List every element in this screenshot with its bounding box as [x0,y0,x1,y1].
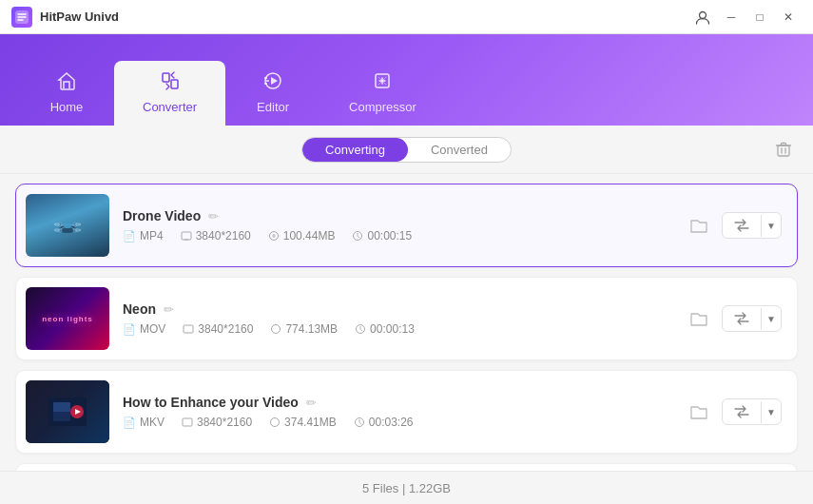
convert-dropdown-arrow[interactable]: ▼ [761,308,781,330]
svg-rect-10 [778,145,789,156]
thumbnail-drone-video [26,194,109,257]
file-item-drone-video: Drone Video ✏ 📄 MP4 3840*2160 100.44MB [15,184,798,267]
file-format: MP4 [140,229,164,242]
resolution-icon [183,323,194,335]
minimize-button[interactable]: ─ [718,6,745,29]
duration-icon [352,230,363,242]
file-item-how-to-enhance: How to Enhance your Video ✏ 📄 MKV 3840*2… [15,370,798,454]
edit-name-icon[interactable]: ✏ [208,209,219,223]
duration-item: 00:03:26 [354,416,414,429]
size-icon [268,230,280,242]
svg-rect-31 [184,325,193,333]
svg-rect-14 [64,223,71,228]
format-item: 📄 MP4 [123,229,164,242]
convert-button-group[interactable]: ▼ [722,212,782,239]
file-actions: ▼ [684,303,782,334]
svg-rect-2 [163,73,169,82]
edit-name-icon[interactable]: ✏ [164,302,174,317]
format-item: 📄 MOV [123,322,165,336]
file-item-neon: neon lights Neon ✏ 📄 MOV 3840*2160 774 [15,277,798,360]
size-icon [269,417,281,428]
file-meta: 📄 MOV 3840*2160 774.13MB 00:00:13 [123,322,670,336]
nav-converter[interactable]: Converter [114,61,225,126]
file-info-neon: Neon ✏ 📄 MOV 3840*2160 774.13MB [123,301,670,336]
resolution-item: 3840*2160 [182,416,252,429]
convert-btn-main [723,306,761,331]
folder-button[interactable] [684,397,714,427]
tab-converting[interactable]: Converting [302,138,408,162]
user-button[interactable] [689,6,716,29]
resolution-item: 3840*2160 [183,322,253,336]
file-actions: ▼ [684,210,782,241]
file-name: How to Enhance your Video [123,395,299,410]
file-icon: 📄 [123,230,136,242]
nav-compressor[interactable]: Compressor [320,61,445,126]
file-size: 100.44MB [283,229,336,242]
svg-point-32 [272,325,281,334]
tab-converted[interactable]: Converted [408,138,511,162]
thumbnail-neon: neon lights [26,287,109,350]
convert-btn-main [723,399,761,424]
title-bar-controls: ─ □ ✕ [689,6,802,29]
size-item: 100.44MB [268,229,336,242]
file-duration: 00:03:26 [369,416,414,429]
file-format: MKV [140,416,165,429]
convert-button-group[interactable]: ▼ [722,305,782,332]
convert-dropdown-arrow[interactable]: ▼ [761,215,781,237]
svg-rect-38 [183,418,192,426]
file-name-row: How to Enhance your Video ✏ [123,395,670,410]
nav-editor-label: Editor [257,100,289,114]
tab-bar: Converting Converted [0,126,813,174]
file-name-row: Drone Video ✏ [123,208,670,223]
svg-rect-3 [171,80,178,88]
thumbnail-how-to-enhance [26,380,109,443]
close-button[interactable]: ✕ [775,6,802,29]
status-bar: 5 Files | 1.22GB [0,471,813,504]
file-item-zoom-sound: 🎵 Zoom-Sound ✏ 📄 M4A 320kbps 142.88KB [15,463,798,471]
convert-dropdown-arrow[interactable]: ▼ [761,401,781,423]
app-logo [11,7,32,28]
file-info-drone-video: Drone Video ✏ 📄 MP4 3840*2160 100.44MB [123,208,670,242]
file-resolution: 3840*2160 [196,229,251,242]
duration-item: 00:00:15 [352,229,412,242]
delete-all-button[interactable] [769,135,798,164]
convert-button-group[interactable]: ▼ [722,398,782,425]
status-text: 5 Files | 1.22GB [362,481,451,495]
editor-icon [262,70,283,95]
duration-icon [354,417,365,428]
resolution-item: 3840*2160 [181,229,251,242]
size-icon [270,323,281,335]
app-title: HitPaw Univd [40,10,119,24]
nav-editor[interactable]: Editor [225,61,320,126]
converter-icon [160,70,181,95]
svg-point-1 [700,11,707,18]
file-name-row: Neon ✏ [123,301,670,317]
file-duration: 00:00:15 [367,229,412,242]
edit-name-icon[interactable]: ✏ [306,396,317,410]
size-item: 774.13MB [270,322,338,336]
file-resolution: 3840*2160 [197,416,252,429]
file-size: 374.41MB [284,416,337,429]
file-info-how-to-enhance: How to Enhance your Video ✏ 📄 MKV 3840*2… [123,395,670,429]
maximize-button[interactable]: □ [746,6,773,29]
convert-btn-main [723,213,761,238]
file-duration: 00:00:13 [370,322,415,336]
nav-home-label: Home [50,100,84,114]
resolution-icon [181,230,192,242]
folder-button[interactable] [684,210,714,241]
file-icon: 📄 [123,417,136,429]
title-bar: HitPaw Univd ─ □ ✕ [0,0,813,34]
compressor-icon [372,70,393,95]
tab-group: Converting Converted [301,137,512,163]
file-name: Neon [123,301,156,317]
svg-rect-27 [182,232,191,240]
file-format: MOV [140,322,165,336]
size-item: 374.41MB [269,416,337,429]
file-size: 774.13MB [285,322,338,336]
folder-button[interactable] [684,303,714,334]
nav-compressor-label: Compressor [349,100,416,114]
nav-home[interactable]: Home [19,61,114,126]
svg-rect-36 [53,402,70,412]
nav-bar: Home Converter Editor [0,34,813,126]
file-icon: 📄 [123,323,136,336]
